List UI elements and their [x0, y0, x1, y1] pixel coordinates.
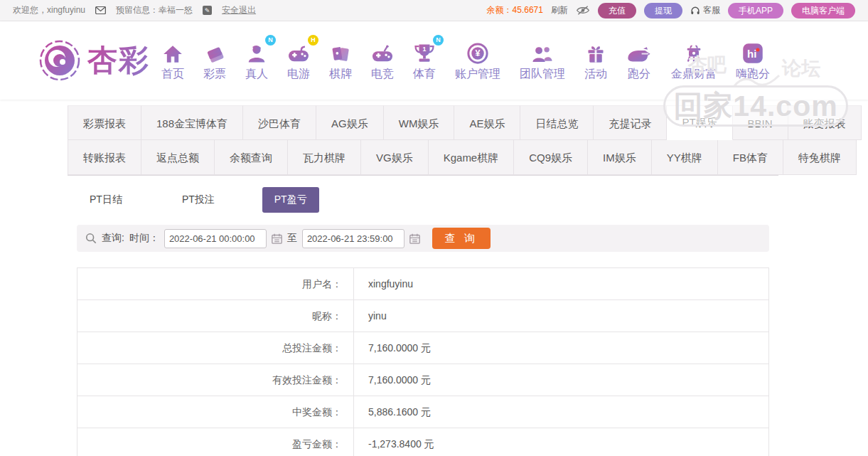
watermark-site-right: 论坛: [782, 55, 820, 81]
brand-flower-icon: [39, 40, 80, 81]
tab-ag[interactable]: AG娱乐: [316, 105, 384, 140]
table-row: 昵称： yinu: [77, 300, 768, 332]
subtab-pt-daily[interactable]: PT日结: [77, 187, 134, 213]
main-nav: 首页 彩票 N 真人 H 电游: [161, 40, 770, 82]
tab-im[interactable]: IM娱乐: [588, 140, 652, 175]
nav-item-promos[interactable]: 活动: [584, 40, 607, 82]
tab-wm[interactable]: WM娱乐: [384, 105, 455, 140]
tab-balance-change[interactable]: 账变报表: [788, 105, 862, 140]
customer-service-link[interactable]: 客服: [690, 4, 720, 16]
nav-item-hi-paofen[interactable]: hi 嗨跑分: [736, 40, 770, 82]
nav-label: 跑分: [628, 67, 650, 82]
tab-lottery-report[interactable]: 彩票报表: [68, 105, 141, 140]
row-label: 总投注金额：: [77, 332, 354, 364]
balance-value: 45.6671: [513, 5, 543, 15]
logout-link[interactable]: 安全退出: [222, 4, 256, 16]
nav-item-paofen[interactable]: 跑分: [626, 40, 652, 82]
svg-text:1: 1: [423, 46, 427, 53]
balance-text: 余额：45.6671: [487, 4, 543, 16]
row-value: 5,886.1600 元: [354, 396, 768, 428]
nav-label: 彩票: [203, 67, 226, 82]
live-person-icon: [246, 43, 267, 64]
nav-item-sports[interactable]: 1 N 体育: [413, 40, 436, 82]
calendar-icon[interactable]: [409, 233, 420, 244]
tab-balance-query[interactable]: 余额查询: [215, 140, 288, 175]
cards-icon: [331, 44, 350, 64]
tab-tetu[interactable]: 特兔棋牌: [783, 140, 857, 175]
nav-label: 体育: [413, 67, 436, 82]
range-separator: 至: [287, 232, 297, 245]
svg-text:¥: ¥: [476, 48, 481, 58]
row-label: 昵称：: [77, 300, 354, 332]
time-to-input[interactable]: [302, 229, 404, 248]
row-label: 用户名：: [77, 268, 354, 299]
eye-slash-icon[interactable]: [576, 5, 590, 16]
row-label: 中奖金额：: [77, 396, 354, 428]
nav-item-team[interactable]: 团队管理: [520, 40, 565, 82]
nav-label: 嗨跑分: [736, 67, 770, 82]
tab-rebate-total[interactable]: 返点总额: [141, 140, 215, 175]
tab-wali[interactable]: 瓦力棋牌: [288, 140, 361, 175]
tab-kgame[interactable]: Kgame棋牌: [429, 140, 515, 175]
time-from-input[interactable]: [164, 229, 267, 248]
tab-deposit-records[interactable]: 充提记录: [594, 105, 667, 140]
balance-label: 余额：: [487, 5, 513, 15]
nav-item-home[interactable]: 首页: [161, 40, 184, 82]
brand-name: 杏彩: [87, 41, 150, 80]
table-row: 总投注金额： 7,160.0000 元: [77, 332, 768, 364]
nav-label: 账户管理: [455, 67, 500, 82]
nav-item-lottery[interactable]: 彩票: [203, 40, 226, 82]
tab-fb[interactable]: FB体育: [718, 140, 783, 175]
row-value: -1,273.8400 元: [354, 428, 768, 456]
pc-client-button[interactable]: 电脑客户端: [791, 3, 855, 18]
refresh-link[interactable]: 刷新: [551, 4, 568, 16]
trophy-icon: 1: [414, 43, 435, 64]
tab-transfer-report[interactable]: 转账报表: [68, 140, 141, 175]
nav-label: 首页: [161, 67, 184, 82]
report-tabs-row2: 转账报表 返点总额 余额查询 瓦力棋牌 VG娱乐 Kgame棋牌 CQ9娱乐 I…: [68, 140, 778, 176]
recharge-button[interactable]: 充值: [598, 3, 636, 18]
gift-icon: [586, 44, 606, 64]
row-value: yinu: [354, 300, 768, 332]
tab-yy[interactable]: YY棋牌: [652, 140, 718, 175]
brand-logo[interactable]: 杏彩: [39, 40, 150, 81]
customer-service-label: 客服: [703, 4, 720, 16]
esports-icon: [371, 44, 394, 64]
calendar-icon[interactable]: [272, 233, 282, 244]
subtab-pt-bets[interactable]: PT投注: [170, 187, 227, 213]
mobile-app-button[interactable]: 手机APP: [728, 3, 783, 18]
tab-pt[interactable]: PT娱乐: [667, 105, 732, 140]
nav-label: 电竞: [371, 67, 394, 82]
tab-ae[interactable]: AE娱乐: [454, 105, 520, 140]
tab-cq9[interactable]: CQ9娱乐: [514, 140, 588, 175]
table-row: 有效投注金额： 7,160.0000 元: [77, 364, 768, 396]
treasure-icon: [683, 44, 704, 64]
tab-188-sports[interactable]: 188金宝博体育: [141, 105, 243, 140]
report-tabs-row1: 彩票报表 188金宝博体育 沙巴体育 AG娱乐 WM娱乐 AE娱乐 日结总览 充…: [68, 105, 778, 140]
tab-daily-summary[interactable]: 日结总览: [520, 105, 594, 140]
query-button[interactable]: 查 询: [432, 228, 491, 249]
nav-item-account[interactable]: ¥ 账户管理: [455, 40, 500, 82]
tab-vg[interactable]: VG娱乐: [361, 140, 429, 175]
nav-item-treasure[interactable]: 金鼎财富: [671, 40, 717, 82]
nav-item-esports[interactable]: 电竞: [371, 40, 394, 82]
mail-icon[interactable]: [95, 6, 106, 14]
subtab-pt-profitloss[interactable]: PT盈亏: [262, 187, 319, 213]
welcome-text: 欢迎您，xingfuyinu: [13, 4, 85, 16]
home-icon: [162, 44, 183, 64]
headset-icon: [690, 6, 700, 15]
topbar: 欢迎您，xingfuyinu 预留信息：幸福一怒 ✎ 安全退出 余额：45.66…: [0, 0, 868, 21]
tab-bbin[interactable]: BBIN: [733, 105, 788, 140]
paofen-icon: [626, 46, 652, 64]
yuan-coin-icon: ¥: [467, 43, 488, 64]
search-icon: [85, 233, 97, 244]
report-panel: 彩票报表 188金宝博体育 沙巴体育 AG娱乐 WM娱乐 AE娱乐 日结总览 充…: [68, 105, 778, 456]
nav-item-live[interactable]: N 真人: [245, 40, 268, 82]
edit-icon[interactable]: ✎: [203, 6, 212, 15]
nav-item-egames[interactable]: H 电游: [287, 40, 310, 82]
query-label: 查询:: [102, 232, 124, 245]
tab-saba-sports[interactable]: 沙巴体育: [243, 105, 316, 140]
slots-icon: [287, 44, 310, 64]
nav-item-boardgames[interactable]: 棋牌: [329, 40, 352, 82]
withdraw-button[interactable]: 提现: [644, 3, 682, 18]
